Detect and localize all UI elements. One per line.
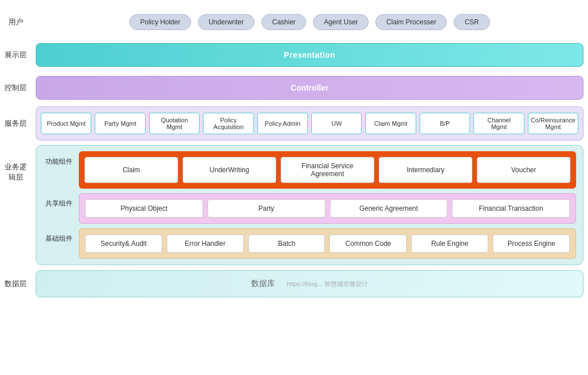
service-item: Policy Acquisition — [203, 113, 253, 134]
controller-layer-row: 控制层 Controller — [0, 74, 588, 102]
controller-bar: Controller — [36, 76, 583, 100]
func-box: ClaimUnderWritingFinancial Service Agree… — [79, 151, 576, 189]
presentation-bar: Presentation — [36, 43, 583, 67]
service-item: Co/Reinsurance Mgmt — [528, 113, 578, 134]
service-item: Policy Admin — [257, 113, 308, 134]
watermark: https://blog... 智慧城市微设计 — [286, 280, 367, 288]
data-layer-label: 数据层 — [0, 278, 31, 290]
biz-logic-layer-content: 功能组件 ClaimUnderWritingFinancial Service … — [36, 145, 583, 265]
presentation-layer-content: Presentation — [36, 43, 583, 67]
service-item: Product Mgmt — [41, 113, 91, 134]
users-row: Policy HolderUnderwriterCashierAgent Use… — [36, 10, 583, 35]
user-layer-row: 用户 Policy HolderUnderwriterCashierAgent … — [0, 8, 588, 36]
presentation-layer-label: 展示层 — [0, 49, 31, 61]
controller-layer-content: Controller — [36, 76, 583, 100]
service-item: Channel Mgmt — [473, 113, 524, 134]
base-item: Batch — [248, 235, 325, 253]
shared-sub-row: 共享组件 Physical ObjectPartyGeneric Agreeme… — [43, 193, 576, 224]
user-pill: Claim Processer — [375, 14, 447, 30]
presentation-layer-row: 展示层 Presentation — [0, 41, 588, 69]
func-item: Intermediary — [379, 157, 472, 183]
base-item: Error Handler — [167, 235, 244, 253]
func-item: Voucher — [477, 157, 570, 183]
shared-item: Generic Agreement — [330, 199, 448, 218]
service-item: Claim Mgmt — [365, 113, 416, 134]
base-item: Process Engine — [493, 235, 570, 253]
service-layer-box: Product MgmtParty MgmtQuotation MgmtPoli… — [36, 106, 583, 140]
shared-box: Physical ObjectPartyGeneric AgreementFin… — [79, 193, 576, 224]
user-layer-label: 用户 — [0, 16, 31, 28]
shared-item: Physical Object — [85, 199, 203, 218]
func-label: 功能组件 — [43, 151, 74, 167]
service-item: Quotation Mgmt — [149, 113, 200, 134]
base-sub-row: 基础组件 Security& AuditError HandlerBatchCo… — [43, 228, 576, 259]
db-label: 数据库 — [251, 279, 275, 289]
service-layer-row: 服务层 Product MgmtParty MgmtQuotation Mgmt… — [0, 106, 588, 140]
data-bar: 数据库 https://blog... 智慧城市微设计 — [36, 270, 583, 297]
controller-layer-label: 控制层 — [0, 82, 31, 94]
biz-logic-layer-label: 业务逻辑层 — [0, 145, 31, 184]
data-layer-content: 数据库 https://blog... 智慧城市微设计 — [36, 270, 583, 297]
base-item: Rule Engine — [411, 235, 488, 253]
user-pill: Cashier — [261, 14, 306, 30]
func-item: Claim — [84, 157, 178, 183]
shared-item: Financial Transaction — [452, 199, 570, 218]
user-layer-content: Policy HolderUnderwriterCashierAgent Use… — [36, 10, 583, 35]
architecture-diagram: 用户 Policy HolderUnderwriterCashierAgent … — [0, 0, 588, 306]
func-item: Financial Service Agreement — [281, 157, 374, 183]
biz-logic-layer-row: 业务逻辑层 功能组件 ClaimUnderWritingFinancial Se… — [0, 145, 588, 265]
service-layer-label: 服务层 — [0, 117, 31, 130]
user-pill: Policy Holder — [129, 14, 191, 30]
service-item: Party Mgmt — [95, 113, 145, 134]
shared-item: Party — [208, 199, 325, 218]
func-item: UnderWriting — [183, 157, 276, 183]
service-item: UW — [311, 113, 362, 134]
service-item: B/P — [420, 113, 470, 134]
base-item: Common Code — [329, 235, 407, 253]
base-box: Security& AuditError HandlerBatchCommon … — [79, 228, 576, 259]
base-item: Security& Audit — [85, 235, 162, 253]
user-pill: CSR — [454, 14, 489, 30]
base-label: 基础组件 — [43, 228, 74, 244]
service-layer-content: Product MgmtParty MgmtQuotation MgmtPoli… — [36, 106, 583, 140]
user-pill: Agent User — [313, 14, 369, 30]
func-sub-row: 功能组件 ClaimUnderWritingFinancial Service … — [43, 151, 576, 189]
user-pill: Underwriter — [198, 14, 255, 30]
shared-label: 共享组件 — [43, 193, 74, 208]
data-layer-row: 数据层 数据库 https://blog... 智慧城市微设计 — [0, 270, 588, 298]
biz-logic-outer: 功能组件 ClaimUnderWritingFinancial Service … — [36, 145, 583, 265]
